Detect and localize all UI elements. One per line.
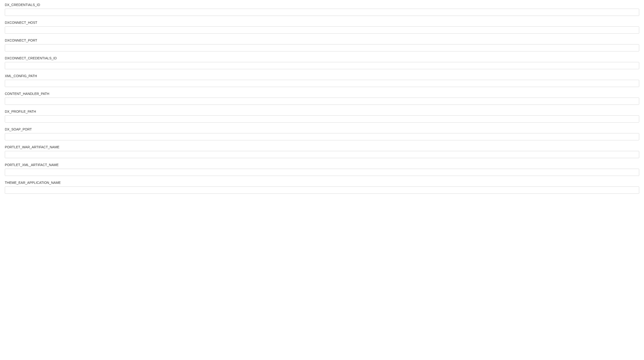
label-theme-ear-application-name: THEME_EAR_APPLICATION_NAME	[5, 181, 639, 185]
input-dx-profile-path[interactable]	[5, 115, 639, 123]
form-group-content-handler-path: CONTENT_HANDLER_PATH	[5, 92, 639, 105]
form-container: DX_CREDENTIALS_ID DXCONNECT_HOST DXCONNE…	[5, 3, 639, 194]
form-group-dx-soap-port: DX_SOAP_PORT	[5, 127, 639, 140]
input-dxconnect-credentials-id[interactable]	[5, 62, 639, 69]
label-dxconnect-host: DXCONNECT_HOST	[5, 21, 639, 25]
input-dx-soap-port[interactable]	[5, 133, 639, 140]
label-dx-profile-path: DX_PROFILE_PATH	[5, 110, 639, 113]
input-portlet-war-artifact-name[interactable]	[5, 151, 639, 158]
form-group-portlet-xml-artifact-name: PORTLET_XML_ARTIFACT_NAME	[5, 163, 639, 176]
label-portlet-xml-artifact-name: PORTLET_XML_ARTIFACT_NAME	[5, 163, 639, 167]
label-dxconnect-port: DXCONNECT_PORT	[5, 39, 639, 42]
input-xml-config-path[interactable]	[5, 80, 639, 87]
form-group-xml-config-path: XML_CONFIG_PATH	[5, 74, 639, 87]
label-dx-credentials-id: DX_CREDENTIALS_ID	[5, 3, 639, 7]
label-content-handler-path: CONTENT_HANDLER_PATH	[5, 92, 639, 96]
label-xml-config-path: XML_CONFIG_PATH	[5, 74, 639, 78]
form-group-dxconnect-port: DXCONNECT_PORT	[5, 39, 639, 51]
form-group-dxconnect-credentials-id: DXCONNECT_CREDENTIALS_ID	[5, 56, 639, 69]
input-dxconnect-port[interactable]	[5, 44, 639, 51]
form-group-theme-ear-application-name: THEME_EAR_APPLICATION_NAME	[5, 181, 639, 194]
label-portlet-war-artifact-name: PORTLET_WAR_ARTIFACT_NAME	[5, 145, 639, 149]
input-theme-ear-application-name[interactable]	[5, 187, 639, 194]
form-group-dx-profile-path: DX_PROFILE_PATH	[5, 110, 639, 123]
form-group-dxconnect-host: DXCONNECT_HOST	[5, 21, 639, 34]
input-dx-credentials-id[interactable]	[5, 9, 639, 16]
form-group-portlet-war-artifact-name: PORTLET_WAR_ARTIFACT_NAME	[5, 145, 639, 158]
label-dx-soap-port: DX_SOAP_PORT	[5, 127, 639, 131]
input-content-handler-path[interactable]	[5, 98, 639, 105]
label-dxconnect-credentials-id: DXCONNECT_CREDENTIALS_ID	[5, 56, 639, 60]
input-dxconnect-host[interactable]	[5, 27, 639, 34]
input-portlet-xml-artifact-name[interactable]	[5, 169, 639, 176]
form-group-dx-credentials-id: DX_CREDENTIALS_ID	[5, 3, 639, 16]
